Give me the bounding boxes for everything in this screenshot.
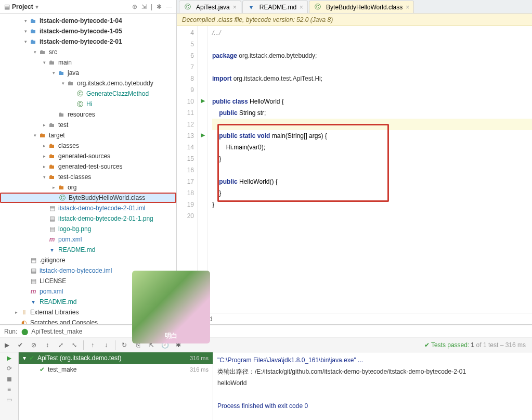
tree-item-label: .gitignore <box>40 257 65 264</box>
folder-gray-icon: 🖿 <box>67 79 75 87</box>
expand-all-icon[interactable]: ⇲ <box>141 3 147 10</box>
tree-item[interactable]: ▸🖿classes <box>0 141 176 151</box>
tree-item[interactable]: ▸▤logo-bg.png <box>0 224 176 234</box>
rerun-button[interactable]: ▶ <box>0 338 14 352</box>
chevron-icon[interactable]: ▾ <box>22 18 29 23</box>
test-tree[interactable]: ▾✔ ApiTest (org.itstack.demo.test) 316 m… <box>19 352 213 420</box>
tree-item[interactable]: ▸🖿generated-test-sources <box>0 161 176 172</box>
tree-item-label: generated-test-sources <box>58 163 122 170</box>
tree-item-label: target <box>49 132 65 139</box>
step-icon[interactable]: ⟳ <box>7 365 12 372</box>
tree-item[interactable]: ▾🖿src <box>0 47 176 57</box>
chevron-icon[interactable]: ▸ <box>41 164 48 169</box>
expand-button[interactable]: ⤢ <box>54 338 68 352</box>
chevron-icon[interactable]: ▸ <box>41 143 48 148</box>
chevron-icon[interactable]: ▸ <box>41 122 48 128</box>
collapse-button[interactable]: ⤡ <box>68 338 81 352</box>
tree-item[interactable]: ▾🖿java <box>0 68 176 78</box>
prev-button[interactable]: ↑ <box>86 338 99 352</box>
chevron-icon[interactable]: ▾ <box>41 60 48 65</box>
folder-orange-icon: 🖿 <box>38 131 47 139</box>
next-button[interactable]: ↓ <box>99 338 113 352</box>
tree-item[interactable]: ▸ⒸByteBuddyHelloWorld.class <box>0 193 176 203</box>
toggle-ignore-button[interactable]: ⊘ <box>27 338 41 352</box>
run-header: Run: ⬤ ApiTest.test_make <box>0 325 532 338</box>
tree-item-label: generated-sources <box>58 152 110 160</box>
run-line-marker-icon[interactable]: ▶ <box>198 95 207 106</box>
tree-item[interactable]: ▾🖿itstack-demo-bytecode-1-04 <box>0 16 176 26</box>
tree-item[interactable]: ▸🖿generated-sources <box>0 151 176 161</box>
tree-item-label: LICENSE <box>40 277 66 285</box>
stop-icon[interactable]: ◼ <box>7 375 12 383</box>
tree-item[interactable]: ▾🖿main <box>0 57 176 68</box>
editor-tab[interactable]: ▾README.md× <box>242 1 308 13</box>
rerun-icon[interactable]: ▶ <box>7 354 11 362</box>
scratch-icon: ◐ <box>20 319 28 324</box>
tree-item[interactable]: ▾🖿test-classes <box>0 172 176 182</box>
toggle-pass-button[interactable]: ✔ <box>14 338 27 352</box>
chevron-icon[interactable]: ▸ <box>50 185 57 190</box>
tree-item[interactable]: ▸▤.gitignore <box>0 255 176 265</box>
project-view-icon: ▤ <box>4 3 10 10</box>
maven-icon: m <box>48 235 56 244</box>
breadcrumb-bar[interactable]: HelloWorld <box>177 313 532 324</box>
tree-item[interactable]: ▸ⒸGenerateClazzMethod <box>0 88 176 99</box>
tree-item[interactable]: ▾🖿target <box>0 130 176 141</box>
tree-item[interactable]: ▾🖿itstack-demo-bytecode-2-01 <box>0 36 176 47</box>
tree-item[interactable]: ▸🖿org <box>0 182 176 193</box>
chevron-icon[interactable]: ▸ <box>12 310 20 315</box>
tree-item-label: itstack-demo-bytecode-2-01 <box>40 38 122 45</box>
tree-item-label: pom.xml <box>58 236 82 243</box>
tree-item-label: itstack-demo-bytecode-2-01-1.png <box>58 215 153 222</box>
close-tab-icon[interactable]: × <box>233 4 237 11</box>
editor-tab[interactable]: ⒸApiTest.java× <box>179 1 241 13</box>
chevron-icon[interactable]: ▾ <box>22 39 29 44</box>
test-case-row[interactable]: ✔test_make 316 ms <box>19 364 213 375</box>
chevron-icon[interactable]: ▾ <box>50 70 57 75</box>
sort-button[interactable]: ↕ <box>41 338 54 352</box>
close-tab-icon[interactable]: × <box>406 4 409 11</box>
tree-item[interactable]: ▾🖿itstack-demo-bytecode-1-05 <box>0 26 176 36</box>
hide-icon[interactable]: — <box>166 3 172 10</box>
locate-icon[interactable]: ⊕ <box>132 3 137 10</box>
editor-tab[interactable]: ⒸByteBuddyHelloWorld.class× <box>309 1 414 13</box>
file-icon: ▤ <box>29 256 37 264</box>
layout-icon[interactable]: ≡ <box>7 386 11 393</box>
run-tool-window: Run: ⬤ ApiTest.test_make ▶ ✔ ⊘ ↕ ⤢ ⤡ ↑ ↓… <box>0 325 532 420</box>
project-title[interactable]: Project <box>12 3 33 10</box>
tree-item[interactable]: ▸▤itstack-demo-bytecode-2-01.iml <box>0 203 176 213</box>
tree-item-label: logo-bg.png <box>58 225 91 233</box>
chevron-icon[interactable]: ▾ <box>22 29 29 34</box>
rerun-failed-button[interactable]: ↻ <box>118 338 131 352</box>
tree-item-label: ByteBuddyHelloWorld.class <box>69 194 145 201</box>
tree-item[interactable]: ▸🖿resources <box>0 109 176 120</box>
pin-icon[interactable]: ▭ <box>6 396 12 403</box>
tree-item[interactable]: ▸mpom.xml <box>0 234 176 245</box>
tree-item[interactable]: ▸🖿test <box>0 120 176 130</box>
close-tab-icon[interactable]: × <box>300 4 303 11</box>
decompile-banner: Decompiled .class file, bytecode version… <box>177 14 532 26</box>
code-editor[interactable]: /.../ package org.itstack.demo.bytebuddy… <box>208 26 532 313</box>
file-icon: ▤ <box>29 277 37 285</box>
tree-item-label: pom.xml <box>40 288 63 295</box>
run-gutter: ▶ ▶ <box>198 26 208 313</box>
tree-item[interactable]: ▾🖿org.itstack.demo.bytebuddy <box>0 78 176 88</box>
test-suite-row[interactable]: ▾✔ ApiTest (org.itstack.demo.test) 316 m… <box>19 352 213 364</box>
run-config-name[interactable]: ApiTest.test_make <box>31 328 82 335</box>
run-line-marker-icon[interactable]: ▶ <box>198 129 207 141</box>
tree-item[interactable]: ▸ⒸHi <box>0 99 176 109</box>
class-icon: Ⓒ <box>76 90 84 98</box>
lib-icon: ⫴ <box>20 308 28 316</box>
console-output[interactable]: "C:\Program Files\Java\jdk1.8.0_161\bin\… <box>213 352 532 420</box>
folder-gray-icon: 🖿 <box>48 121 56 129</box>
chevron-icon[interactable]: ▸ <box>41 154 48 159</box>
tree-item[interactable]: ▸▤itstack-demo-bytecode-2-01-1.png <box>0 213 176 224</box>
tree-item[interactable]: ▸▾README.md <box>0 245 176 255</box>
folder-orange-icon: 🖿 <box>48 173 56 181</box>
settings-gear-icon[interactable]: ✱ <box>157 3 162 10</box>
project-dropdown-icon[interactable]: ▾ <box>35 3 38 10</box>
chevron-icon[interactable]: ▾ <box>31 133 38 138</box>
chevron-icon[interactable]: ▾ <box>41 174 48 180</box>
chevron-icon[interactable]: ▾ <box>31 49 38 55</box>
chevron-icon[interactable]: ▾ <box>59 81 67 86</box>
